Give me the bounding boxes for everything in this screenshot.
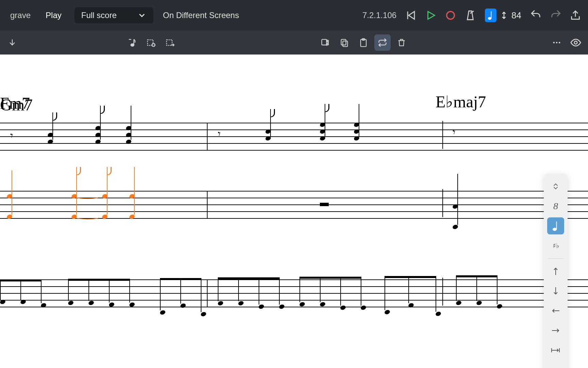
- move-bars-icon[interactable]: [162, 34, 178, 51]
- barline: [207, 191, 208, 219]
- selected-tie[interactable]: [76, 215, 99, 219]
- svg-marker-1: [409, 12, 414, 19]
- lengthen-button[interactable]: [547, 342, 564, 359]
- insert-bars-icon[interactable]: [143, 34, 159, 51]
- pitch-up-button[interactable]: [547, 263, 564, 280]
- svg-point-29: [574, 41, 577, 44]
- barline: [442, 121, 443, 149]
- tab-play[interactable]: Play: [39, 8, 68, 23]
- octave-button[interactable]: 8: [547, 198, 564, 215]
- barline: [442, 278, 443, 306]
- barline: [207, 123, 208, 151]
- whole-rest[interactable]: [320, 203, 329, 206]
- metronome-button[interactable]: [462, 7, 479, 24]
- svg-point-26: [553, 42, 555, 44]
- note-tool-icon[interactable]: [124, 34, 140, 51]
- more-button[interactable]: [549, 34, 565, 51]
- edit-toolbar: [0, 31, 588, 55]
- svg-point-30: [553, 228, 557, 231]
- svg-point-27: [556, 42, 558, 44]
- main-toolbar: grave Play Full score On Different Scree…: [0, 0, 588, 31]
- staff-treble: [0, 123, 588, 150]
- svg-rect-17: [322, 40, 327, 45]
- playhead-position: 7.2.1.106: [362, 11, 396, 20]
- redo-button[interactable]: [547, 7, 564, 24]
- tempo-display[interactable]: 84: [481, 9, 525, 22]
- beam: [218, 277, 279, 279]
- move-right-button[interactable]: [547, 322, 564, 339]
- svg-point-28: [559, 42, 560, 44]
- note-input-panel: 8 ♯♭: [544, 174, 568, 368]
- svg-marker-2: [428, 12, 435, 19]
- beam: [299, 277, 361, 279]
- tab-engrave[interactable]: grave: [4, 8, 37, 23]
- chevron-down-icon: [137, 11, 147, 20]
- view-button[interactable]: [568, 34, 584, 51]
- score-canvas[interactable]: Gm7 Fm7 E♭maj7 𝄾: [0, 55, 588, 368]
- panel-expand-icon[interactable]: [547, 178, 564, 195]
- shorten-button[interactable]: [547, 362, 564, 368]
- chord-symbol[interactable]: E♭maj7: [436, 92, 486, 111]
- selected-tie[interactable]: [76, 195, 99, 199]
- svg-rect-23: [343, 41, 347, 46]
- share-button[interactable]: [567, 7, 584, 24]
- barline: [207, 279, 208, 307]
- beam: [385, 276, 436, 278]
- cut-button[interactable]: [317, 34, 333, 51]
- arrow-down-icon[interactable]: [4, 34, 20, 51]
- copy-button[interactable]: [336, 34, 353, 51]
- svg-point-3: [447, 12, 455, 19]
- pitch-down-button[interactable]: [547, 282, 564, 300]
- barline: [442, 189, 443, 217]
- play-button[interactable]: [422, 7, 439, 24]
- record-button[interactable]: [442, 7, 459, 24]
- tempo-note-icon: [485, 9, 496, 22]
- flow-title: On Different Screens: [163, 11, 239, 20]
- rewind-button[interactable]: [403, 7, 420, 24]
- layout-selector-label: Full score: [81, 11, 117, 20]
- undo-button[interactable]: [527, 7, 544, 24]
- svg-rect-22: [341, 40, 346, 45]
- accidentals-button[interactable]: ♯♭: [547, 237, 564, 254]
- svg-rect-15: [167, 40, 172, 45]
- tempo-value: 84: [511, 10, 521, 21]
- beam: [68, 279, 129, 281]
- move-left-button[interactable]: [547, 302, 564, 319]
- layout-selector[interactable]: Full score: [75, 7, 153, 24]
- repeat-button[interactable]: [374, 34, 391, 51]
- paste-button[interactable]: [355, 34, 372, 51]
- delete-button[interactable]: [393, 34, 410, 51]
- note-value-quarter[interactable]: [547, 217, 564, 234]
- tempo-updown-icon: [499, 11, 509, 20]
- chord-symbol[interactable]: Fm7: [0, 94, 30, 112]
